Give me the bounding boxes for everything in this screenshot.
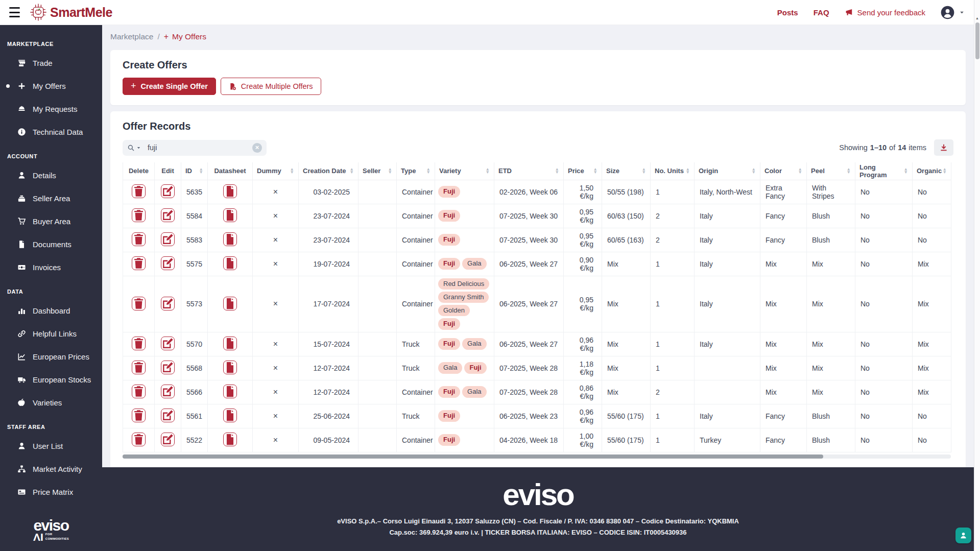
delete-offer-button[interactable] <box>132 385 146 398</box>
sidebar-item-dashboard[interactable]: Dashboard <box>0 299 102 322</box>
column-header-origin[interactable]: Origin ▲▼ <box>695 162 760 180</box>
delete-offer-button[interactable] <box>132 297 146 310</box>
edit-offer-button[interactable] <box>161 433 175 446</box>
datasheet-button[interactable] <box>223 184 237 198</box>
datasheet-button[interactable] <box>223 409 237 422</box>
delete-offer-button[interactable] <box>132 208 146 222</box>
offer-row-5522: 5522 × 09-05-2024 Container Fuji <box>123 428 951 452</box>
sort-arrows-icon: ▲▼ <box>388 168 392 174</box>
delete-offer-button[interactable] <box>132 337 146 350</box>
edit-offer-button[interactable] <box>161 337 175 350</box>
color-cell: Mix <box>760 252 807 276</box>
variety-cell: Red DeliciousGranny SmithGoldenFuji <box>435 276 494 332</box>
vertical-scrollbar[interactable]: ▲ <box>974 0 980 551</box>
sidebar-item-documents[interactable]: Documents <box>0 233 102 256</box>
column-header-price[interactable]: Price ▲▼ <box>564 162 602 180</box>
column-header-variety[interactable]: Variety ▲▼ <box>435 162 494 180</box>
brand-logo[interactable]: SmartMele <box>30 3 112 22</box>
delete-offer-button[interactable] <box>132 232 146 246</box>
column-header-no-units[interactable]: No. Units ▲▼ <box>651 162 695 180</box>
datasheet-button[interactable] <box>223 256 237 270</box>
delete-offer-button[interactable] <box>132 361 146 374</box>
scroll-up-arrow-icon[interactable]: ▲ <box>974 16 980 20</box>
column-header-creation-date[interactable]: Creation Date ▲▼ <box>299 162 358 180</box>
sidebar-item-user-list[interactable]: User List <box>0 435 102 458</box>
long-program-cell: No <box>855 252 913 276</box>
column-header-id[interactable]: ID ▲▼ <box>181 162 208 180</box>
datasheet-button[interactable] <box>223 232 237 246</box>
sidebar-item-european-stocks[interactable]: European Stocks <box>0 368 102 391</box>
datasheet-button[interactable] <box>223 433 237 446</box>
sidebar-item-helpful-links[interactable]: Helpful Links <box>0 322 102 345</box>
create-multiple-offers-button[interactable]: Create Multiple Offers <box>221 78 321 95</box>
active-indicator-dot <box>6 84 10 88</box>
clear-search-button[interactable]: × <box>252 143 262 153</box>
breadcrumb-my-offers-link[interactable]: + My Offers <box>164 32 206 41</box>
column-header-organic[interactable]: Organic ▲▼ <box>913 162 951 180</box>
edit-offer-button[interactable] <box>161 409 175 422</box>
feedback-link[interactable]: Send your feedback <box>845 8 925 17</box>
edit-offer-button[interactable] <box>161 297 175 310</box>
faq-link[interactable]: FAQ <box>814 8 829 17</box>
search-value[interactable]: fuji <box>148 143 157 152</box>
vertical-scrollbar-thumb[interactable] <box>975 22 979 59</box>
download-button[interactable] <box>934 139 953 156</box>
edit-offer-button[interactable] <box>161 256 175 270</box>
sidebar-item-invoices[interactable]: Invoices <box>0 256 102 279</box>
edit-offer-button[interactable] <box>161 232 175 246</box>
edit-offer-button[interactable] <box>161 385 175 398</box>
sidebar-item-buyer-area[interactable]: Buyer Area <box>0 210 102 233</box>
column-header-peel[interactable]: Peel ▲▼ <box>807 162 855 180</box>
delete-offer-button[interactable] <box>132 433 146 446</box>
datasheet-button[interactable] <box>223 361 237 374</box>
sidebar-item-seller-area[interactable]: Seller Area <box>0 187 102 210</box>
column-header-long-program[interactable]: Long Program ▲▼ <box>855 162 913 180</box>
offer-row-5583: 5583 × 23-07-2024 Container Fuji <box>123 228 951 252</box>
sidebar-item-trade[interactable]: Trade <box>0 52 102 75</box>
sidebar-item-price-matrix[interactable]: Price Matrix <box>0 481 102 504</box>
edit-offer-button[interactable] <box>161 361 175 374</box>
units-cell: 2 <box>651 204 695 228</box>
sidebar-item-my-requests[interactable]: My Requests <box>0 98 102 121</box>
column-header-type[interactable]: Type ▲▼ <box>397 162 435 180</box>
datasheet-button[interactable] <box>223 297 237 310</box>
horizontal-scrollbar[interactable] <box>123 454 951 459</box>
type-cell: Container <box>397 276 435 332</box>
column-header-seller[interactable]: Seller ▲▼ <box>358 162 397 180</box>
delete-offer-button[interactable] <box>132 184 146 198</box>
sidebar-item-european-prices[interactable]: European Prices <box>0 345 102 368</box>
column-header-color[interactable]: Color ▲▼ <box>760 162 807 180</box>
chat-widget-button[interactable] <box>955 528 971 543</box>
column-header-size[interactable]: Size ▲▼ <box>602 162 651 180</box>
sort-arrows-icon: ▲▼ <box>593 168 597 174</box>
datasheet-button[interactable] <box>223 337 237 350</box>
posts-link[interactable]: Posts <box>777 8 798 17</box>
datasheet-button[interactable] <box>223 208 237 222</box>
column-header-dummy[interactable]: Dummy ▲▼ <box>253 162 299 180</box>
sidebar-item-technical-data[interactable]: Technical Data <box>0 121 102 143</box>
color-cell: Fancy <box>760 204 807 228</box>
sidebar-item-market-activity[interactable]: Market Activity <box>0 458 102 481</box>
breadcrumb-marketplace-link[interactable]: Marketplace <box>110 32 153 41</box>
peel-cell: Mix <box>807 252 855 276</box>
column-header-etd[interactable]: ETD ▲▼ <box>494 162 564 180</box>
table-header-row: Delete ▲▼ Edit ▲▼ <box>123 162 951 180</box>
delete-offer-button[interactable] <box>132 409 146 422</box>
datasheet-button[interactable] <box>223 385 237 398</box>
truck-icon <box>17 375 26 384</box>
edit-offer-button[interactable] <box>161 208 175 222</box>
edit-offer-button[interactable] <box>161 184 175 198</box>
offer-id-cell: 5566 <box>181 380 208 404</box>
create-single-offer-button[interactable]: + Create Single Offer <box>123 78 216 95</box>
smartmele-logo-icon <box>30 3 47 22</box>
sidebar-item-my-offers[interactable]: My Offers <box>0 75 102 98</box>
search-input[interactable]: fuji × <box>123 140 267 156</box>
delete-offer-button[interactable] <box>132 256 146 270</box>
price-cell: 0,96 €/kg <box>564 332 602 356</box>
sidebar-item-details[interactable]: Details <box>0 164 102 187</box>
menu-button[interactable] <box>9 7 21 17</box>
sidebar-item-varieties[interactable]: Varieties <box>0 391 102 414</box>
user-menu-button[interactable] <box>941 6 965 19</box>
variety-badge-fuji: Fuji <box>438 234 460 245</box>
horizontal-scrollbar-thumb[interactable] <box>123 454 823 459</box>
